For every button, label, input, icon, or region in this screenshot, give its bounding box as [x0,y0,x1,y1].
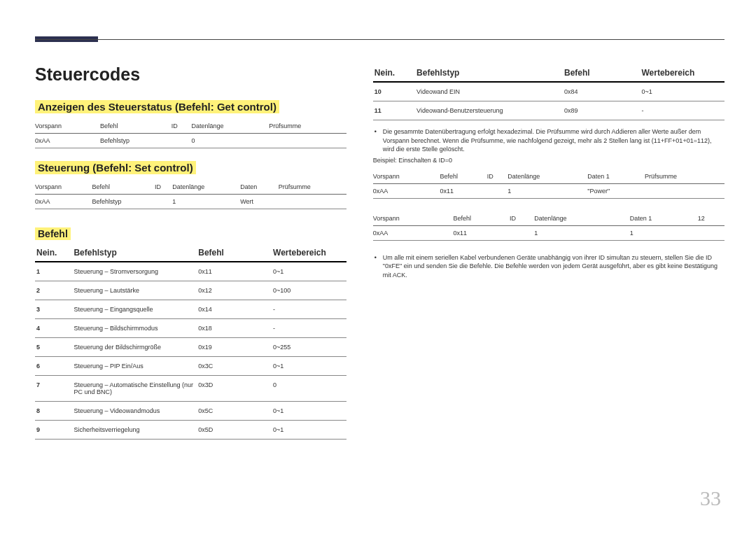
td: Steuerung – PIP Ein/Aus [72,357,197,376]
th: Datenlänge [507,169,587,184]
th-cmd: Befehl [197,244,272,262]
td: 0~255 [272,338,346,357]
td [487,183,508,198]
td: 0 [272,376,346,402]
table-row: 5Steuerung der Bildschirmgröße0x190~255 [35,338,346,357]
example-table-2: Vorspann Befehl ID Datenlänge Daten 1 12… [373,211,724,241]
page-number: 33 [700,486,721,510]
td: 0x89 [563,101,640,120]
td: 0x19 [197,338,272,357]
th-type: Befehlstyp [415,64,563,82]
td: Steuerung – Stromversorgung [72,262,197,281]
section-heading-set-control: Steuerung (Befehl: Set control) [35,161,196,174]
td: 0~1 [272,357,346,376]
td [172,134,192,148]
th: Vorspann [35,119,100,134]
td: 1 [630,225,698,240]
td: 0~1 [272,402,346,421]
td: Steuerung – Videowandmodus [72,402,197,421]
td [698,225,724,240]
th: 12 [698,211,724,226]
td [645,183,724,198]
right-column: Nein. Befehlstyp Befehl Wertebereich 10V… [366,64,724,440]
td: 0xAA [35,195,92,209]
th: Datenlänge [534,211,629,226]
td: Befehlstyp [92,195,155,209]
td: 4 [35,319,72,338]
td: 9 [35,421,72,440]
td: 0x14 [197,300,272,319]
page-title: Steuercodes [35,64,346,85]
td: Steuerung – Automatische Einstellung (nu… [72,376,197,402]
table-row: 7Steuerung – Automatische Einstellung (n… [35,376,346,402]
td: 0x11 [440,183,487,198]
td: - [272,300,346,319]
page-content: Steuercodes Anzeigen des Steuerstatus (B… [35,64,724,440]
td-power: "Power" [587,183,645,198]
td: 0x12 [197,281,272,300]
example-label: Beispiel: Einschalten & ID=0 [373,157,724,164]
td: Wert [240,195,278,209]
td: 1 [534,225,629,240]
td: 0~1 [272,421,346,440]
td: Videowand EIN [415,82,563,101]
th: Vorspann [35,180,92,195]
th: Daten 1 [630,211,698,226]
note-item: Um alle mit einem seriellen Kabel verbun… [383,253,724,280]
th: ID [155,180,172,195]
th-range: Wertebereich [640,64,724,82]
set-control-table: Vorspann Befehl ID Datenlänge Daten Prüf… [35,180,346,209]
befehl-heading: Befehl [35,227,71,240]
note-list-1: Die gesammte Datenübertragung erfolgt he… [373,127,724,154]
td: 6 [35,357,72,376]
td: 0xAA [373,225,454,240]
td: 0x84 [563,82,640,101]
table-row: 8Steuerung – Videowandmodus0x5C0~1 [35,402,346,421]
table-row: 10Videowand EIN0x840~1 [373,82,724,101]
td: Befehlstyp [100,134,172,148]
th: Befehl [100,119,172,134]
td: 10 [373,82,415,101]
th: ID [510,211,534,226]
th-no: Nein. [35,244,72,262]
th: Befehl [92,180,155,195]
table-row: 4Steuerung – Bildschirmmodus0x18- [35,319,346,338]
td: 0xAA [373,183,440,198]
td: 2 [35,281,72,300]
td: 3 [35,300,72,319]
th-no: Nein. [373,64,415,82]
td: 0 [192,134,270,148]
get-control-table: Vorspann Befehl ID Datenlänge Prüfsumme … [35,119,346,148]
td: 0x5D [197,421,272,440]
example-table-1: Vorspann Befehl ID Datenlänge Daten 1 Pr… [373,169,724,199]
table-row: 6Steuerung – PIP Ein/Aus0x3C0~1 [35,357,346,376]
td [155,195,172,209]
th: ID [487,169,508,184]
td: Steuerung – Lautstärke [72,281,197,300]
td: 0x11 [197,262,272,281]
td: Steuerung der Bildschirmgröße [72,338,197,357]
left-column: Steuercodes Anzeigen des Steuerstatus (B… [35,64,366,440]
td: 11 [373,101,415,120]
th: Daten 1 [587,169,645,184]
command-table-left: Nein. Befehlstyp Befehl Wertebereich 1St… [35,244,346,440]
table-row: 9Sicherheitsverriegelung0x5D0~1 [35,421,346,440]
command-table-right: Nein. Befehlstyp Befehl Wertebereich 10V… [373,64,724,120]
th: Prüfsumme [645,169,724,184]
th: Daten [240,180,278,195]
th: Vorspann [373,211,454,226]
table-row: 1Steuerung – Stromversorgung0x110~1 [35,262,346,281]
td: Steuerung – Bildschirmmodus [72,319,197,338]
td: Sicherheitsverriegelung [72,421,197,440]
td: 7 [35,376,72,402]
td: 0x3D [197,376,272,402]
table-row: 3Steuerung – Eingangsquelle0x14- [35,300,346,319]
table-row: 2Steuerung – Lautstärke0x120~100 [35,281,346,300]
th: Befehl [453,211,510,226]
note-item: Die gesammte Datenübertragung erfolgt he… [383,127,724,154]
td: 1 [172,195,240,209]
th: Vorspann [373,169,440,184]
td: 0x18 [197,319,272,338]
td: 0x3C [197,357,272,376]
td [510,225,534,240]
